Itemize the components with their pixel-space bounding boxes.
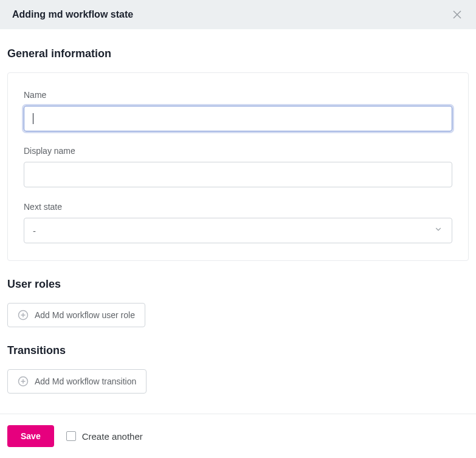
dialog-title: Adding md workflow state <box>12 9 133 20</box>
create-another-label: Create another <box>82 431 143 442</box>
add-transition-button[interactable]: Add Md workflow transition <box>7 369 147 394</box>
transitions-section: Transitions Add Md workflow transition <box>7 344 469 394</box>
close-button[interactable] <box>450 6 464 23</box>
general-information-card: Name Display name Next state - <box>7 72 469 261</box>
create-another-checkbox[interactable] <box>66 431 76 441</box>
dialog-footer: Save Create another <box>0 414 476 458</box>
create-another-wrapper[interactable]: Create another <box>66 431 143 442</box>
add-user-role-button[interactable]: Add Md workflow user role <box>7 303 145 327</box>
dialog-header: Adding md workflow state <box>0 0 476 29</box>
section-title-user-roles: User roles <box>7 278 469 291</box>
plus-circle-icon <box>18 310 29 321</box>
name-label: Name <box>24 90 452 100</box>
general-information-section: General information Name Display name Ne… <box>7 47 469 261</box>
next-state-selected-value: - <box>33 226 36 236</box>
plus-circle-icon <box>18 376 29 387</box>
name-input[interactable] <box>24 106 452 131</box>
section-title-transitions: Transitions <box>7 344 469 357</box>
user-roles-section: User roles Add Md workflow user role <box>7 278 469 327</box>
next-state-label: Next state <box>24 202 452 212</box>
display-name-label: Display name <box>24 146 452 156</box>
save-button[interactable]: Save <box>7 425 54 447</box>
name-field-group: Name <box>24 90 452 131</box>
display-name-field-group: Display name <box>24 146 452 187</box>
next-state-field-group: Next state - <box>24 202 452 243</box>
text-cursor <box>33 113 33 124</box>
add-transition-label: Add Md workflow transition <box>35 376 136 386</box>
close-icon <box>453 8 461 21</box>
add-user-role-label: Add Md workflow user role <box>35 310 135 320</box>
next-state-select[interactable]: - <box>24 218 452 243</box>
display-name-input[interactable] <box>24 162 452 187</box>
section-title-general: General information <box>7 47 469 60</box>
